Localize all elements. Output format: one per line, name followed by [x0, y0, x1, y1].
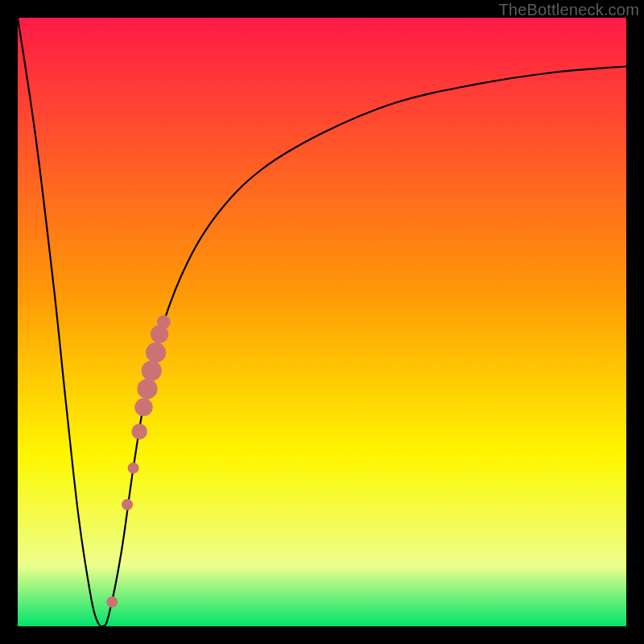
highlight-dot: [128, 462, 139, 473]
chart-svg: [18, 18, 626, 626]
highlight-dot: [157, 316, 171, 329]
highlight-dot: [137, 379, 157, 399]
highlight-dot: [142, 361, 162, 381]
highlight-dot: [146, 342, 166, 362]
chart-frame: TheBottleneck.com: [0, 0, 644, 644]
highlight-dot: [106, 597, 118, 608]
highlight-dot: [134, 398, 152, 416]
watermark-text: TheBottleneck.com: [498, 1, 639, 19]
plot-area: [18, 18, 626, 626]
gradient-background: [18, 18, 626, 626]
highlight-dot: [122, 499, 133, 510]
highlight-dot: [131, 423, 147, 440]
